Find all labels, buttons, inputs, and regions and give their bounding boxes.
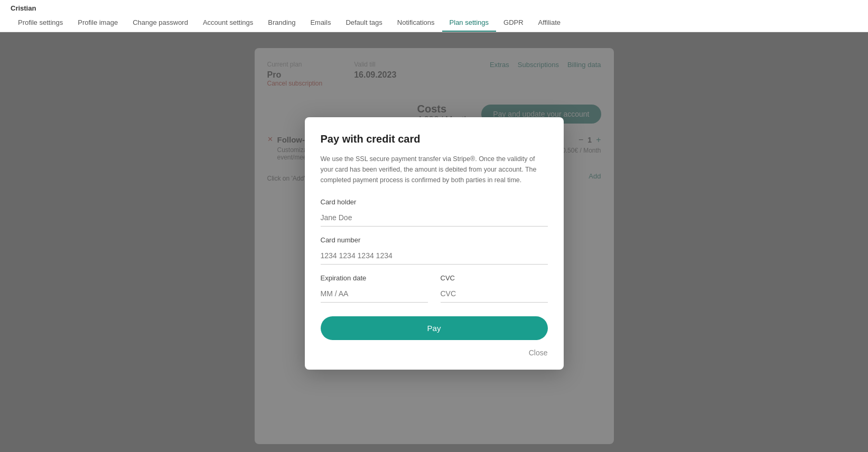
nav-tabs: Profile settings Profile image Change pa…: [11, 14, 868, 32]
modal-overlay: Pay with credit card We use the SSL secu…: [0, 32, 868, 452]
cvc-label: CVC: [441, 274, 548, 282]
modal-title: Pay with credit card: [321, 133, 548, 145]
modal-description: We use the SSL secure payment transfer v…: [321, 154, 548, 185]
card-holder-label: Card holder: [321, 198, 548, 206]
cvc-group: CVC: [441, 274, 548, 303]
tab-notifications[interactable]: Notifications: [390, 14, 442, 32]
tab-account-settings[interactable]: Account settings: [195, 14, 260, 32]
tab-affiliate[interactable]: Affiliate: [531, 14, 568, 32]
close-button[interactable]: Close: [321, 349, 548, 357]
cvc-input[interactable]: [441, 285, 548, 303]
expiry-input[interactable]: [321, 285, 428, 303]
tab-gdpr[interactable]: GDPR: [496, 14, 531, 32]
top-bar: Cristian Profile settings Profile image …: [0, 0, 868, 32]
payment-modal: Pay with credit card We use the SSL secu…: [305, 117, 564, 370]
page-background: Current plan Pro Cancel subscription Val…: [0, 32, 868, 452]
tab-default-tags[interactable]: Default tags: [338, 14, 389, 32]
card-number-input[interactable]: [321, 247, 548, 265]
expiry-cvc-row: Expiration date CVC: [321, 274, 548, 303]
card-number-label: Card number: [321, 236, 548, 244]
user-name: Cristian: [11, 0, 868, 14]
tab-change-password[interactable]: Change password: [125, 14, 195, 32]
tab-profile-image[interactable]: Profile image: [70, 14, 125, 32]
card-holder-input[interactable]: [321, 209, 548, 227]
expiry-label: Expiration date: [321, 274, 428, 282]
tab-emails[interactable]: Emails: [303, 14, 338, 32]
tab-profile-settings[interactable]: Profile settings: [11, 14, 70, 32]
pay-button[interactable]: Pay: [321, 316, 548, 340]
card-number-group: Card number: [321, 236, 548, 265]
expiry-group: Expiration date: [321, 274, 428, 303]
card-holder-group: Card holder: [321, 198, 548, 227]
tab-plan-settings[interactable]: Plan settings: [442, 14, 496, 32]
tab-branding[interactable]: Branding: [260, 14, 303, 32]
